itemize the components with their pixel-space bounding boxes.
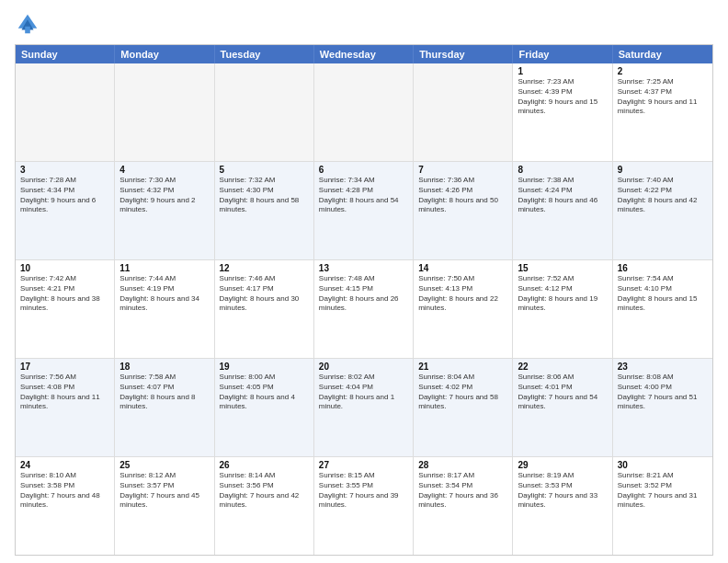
day-number: 11 [119, 263, 209, 273]
day-number: 26 [220, 460, 309, 470]
day-number: 9 [618, 165, 708, 175]
header-cell-sunday: Sunday [16, 45, 115, 63]
day-info: Sunrise: 8:17 AM Sunset: 3:54 PM Dayligh… [418, 471, 507, 511]
day-number: 28 [418, 460, 507, 470]
day-cell-7: 7Sunrise: 7:36 AM Sunset: 4:26 PM Daylig… [414, 162, 513, 259]
day-info: Sunrise: 8:15 AM Sunset: 3:55 PM Dayligh… [319, 471, 408, 511]
day-info: Sunrise: 7:56 AM Sunset: 4:08 PM Dayligh… [20, 373, 109, 412]
header-cell-thursday: Thursday [414, 45, 513, 63]
day-info: Sunrise: 7:48 AM Sunset: 4:15 PM Dayligh… [319, 274, 408, 314]
day-number: 3 [20, 165, 109, 175]
calendar-row: 3Sunrise: 7:28 AM Sunset: 4:34 PM Daylig… [16, 162, 712, 260]
day-cell-10: 10Sunrise: 7:42 AM Sunset: 4:21 PM Dayli… [16, 260, 115, 358]
day-info: Sunrise: 7:34 AM Sunset: 4:28 PM Dayligh… [319, 176, 408, 215]
day-cell-23: 23Sunrise: 8:08 AM Sunset: 4:00 PM Dayli… [613, 359, 712, 456]
day-info: Sunrise: 8:04 AM Sunset: 4:02 PM Dayligh… [418, 373, 507, 412]
logo [15, 11, 44, 37]
day-cell-17: 17Sunrise: 7:56 AM Sunset: 4:08 PM Dayli… [16, 359, 115, 456]
header-cell-friday: Friday [513, 45, 612, 63]
header-cell-saturday: Saturday [613, 45, 712, 63]
day-cell-26: 26Sunrise: 8:14 AM Sunset: 3:56 PM Dayli… [215, 457, 314, 555]
day-info: Sunrise: 7:44 AM Sunset: 4:19 PM Dayligh… [119, 274, 209, 314]
day-number: 25 [119, 460, 209, 470]
day-info: Sunrise: 8:08 AM Sunset: 4:00 PM Dayligh… [618, 373, 708, 412]
day-cell-18: 18Sunrise: 7:58 AM Sunset: 4:07 PM Dayli… [115, 359, 214, 456]
calendar-body: 1Sunrise: 7:23 AM Sunset: 4:39 PM Daylig… [16, 63, 712, 555]
day-number: 27 [319, 460, 408, 470]
day-info: Sunrise: 7:50 AM Sunset: 4:13 PM Dayligh… [418, 274, 507, 314]
day-cell-13: 13Sunrise: 7:48 AM Sunset: 4:15 PM Dayli… [314, 260, 414, 358]
day-cell-29: 29Sunrise: 8:19 AM Sunset: 3:53 PM Dayli… [513, 457, 612, 555]
logo-icon [15, 11, 40, 37]
empty-cell [16, 63, 115, 161]
day-number: 18 [119, 362, 209, 372]
day-info: Sunrise: 7:38 AM Sunset: 4:24 PM Dayligh… [518, 176, 607, 215]
empty-cell [215, 63, 314, 161]
day-info: Sunrise: 7:54 AM Sunset: 4:10 PM Dayligh… [618, 274, 708, 314]
day-number: 5 [220, 165, 309, 175]
day-cell-30: 30Sunrise: 8:21 AM Sunset: 3:52 PM Dayli… [613, 457, 712, 555]
day-number: 17 [20, 362, 109, 372]
day-cell-21: 21Sunrise: 8:04 AM Sunset: 4:02 PM Dayli… [414, 359, 513, 456]
day-cell-27: 27Sunrise: 8:15 AM Sunset: 3:55 PM Dayli… [314, 457, 414, 555]
calendar-row: 17Sunrise: 7:56 AM Sunset: 4:08 PM Dayli… [16, 359, 712, 457]
day-number: 6 [319, 165, 408, 175]
day-info: Sunrise: 8:10 AM Sunset: 3:58 PM Dayligh… [20, 471, 109, 511]
day-cell-14: 14Sunrise: 7:50 AM Sunset: 4:13 PM Dayli… [414, 260, 513, 358]
day-number: 8 [518, 165, 607, 175]
day-cell-22: 22Sunrise: 8:06 AM Sunset: 4:01 PM Dayli… [513, 359, 612, 456]
empty-cell [414, 63, 513, 161]
day-info: Sunrise: 7:36 AM Sunset: 4:26 PM Dayligh… [418, 176, 507, 215]
day-info: Sunrise: 7:58 AM Sunset: 4:07 PM Dayligh… [119, 373, 209, 412]
day-cell-5: 5Sunrise: 7:32 AM Sunset: 4:30 PM Daylig… [215, 162, 314, 259]
calendar-header: SundayMondayTuesdayWednesdayThursdayFrid… [16, 45, 712, 63]
day-info: Sunrise: 8:12 AM Sunset: 3:57 PM Dayligh… [119, 471, 209, 511]
day-number: 15 [518, 263, 607, 273]
day-number: 1 [518, 66, 607, 76]
day-cell-20: 20Sunrise: 8:02 AM Sunset: 4:04 PM Dayli… [314, 359, 414, 456]
day-number: 21 [418, 362, 507, 372]
page: SundayMondayTuesdayWednesdayThursdayFrid… [0, 0, 728, 563]
day-cell-28: 28Sunrise: 8:17 AM Sunset: 3:54 PM Dayli… [414, 457, 513, 555]
day-number: 2 [618, 66, 708, 76]
day-cell-19: 19Sunrise: 8:00 AM Sunset: 4:05 PM Dayli… [215, 359, 314, 456]
day-number: 10 [20, 263, 109, 273]
day-info: Sunrise: 7:30 AM Sunset: 4:32 PM Dayligh… [119, 176, 209, 215]
day-info: Sunrise: 8:02 AM Sunset: 4:04 PM Dayligh… [319, 373, 408, 412]
svg-rect-2 [25, 27, 30, 33]
day-info: Sunrise: 8:19 AM Sunset: 3:53 PM Dayligh… [518, 471, 607, 511]
day-number: 4 [119, 165, 209, 175]
day-info: Sunrise: 7:52 AM Sunset: 4:12 PM Dayligh… [518, 274, 607, 314]
day-cell-15: 15Sunrise: 7:52 AM Sunset: 4:12 PM Dayli… [513, 260, 612, 358]
day-info: Sunrise: 7:42 AM Sunset: 4:21 PM Dayligh… [20, 274, 109, 314]
calendar-row: 1Sunrise: 7:23 AM Sunset: 4:39 PM Daylig… [16, 63, 712, 162]
day-cell-9: 9Sunrise: 7:40 AM Sunset: 4:22 PM Daylig… [613, 162, 712, 259]
day-cell-6: 6Sunrise: 7:34 AM Sunset: 4:28 PM Daylig… [314, 162, 414, 259]
day-number: 14 [418, 263, 507, 273]
calendar-row: 10Sunrise: 7:42 AM Sunset: 4:21 PM Dayli… [16, 260, 712, 359]
day-cell-2: 2Sunrise: 7:25 AM Sunset: 4:37 PM Daylig… [613, 63, 712, 161]
day-number: 22 [518, 362, 607, 372]
calendar-row: 24Sunrise: 8:10 AM Sunset: 3:58 PM Dayli… [16, 457, 712, 555]
header-cell-wednesday: Wednesday [314, 45, 414, 63]
day-number: 30 [618, 460, 708, 470]
header [15, 11, 713, 37]
day-info: Sunrise: 7:40 AM Sunset: 4:22 PM Dayligh… [618, 176, 708, 215]
day-cell-16: 16Sunrise: 7:54 AM Sunset: 4:10 PM Dayli… [613, 260, 712, 358]
day-number: 16 [618, 263, 708, 273]
day-number: 29 [518, 460, 607, 470]
day-number: 7 [418, 165, 507, 175]
day-number: 12 [220, 263, 309, 273]
day-cell-3: 3Sunrise: 7:28 AM Sunset: 4:34 PM Daylig… [16, 162, 115, 259]
day-cell-25: 25Sunrise: 8:12 AM Sunset: 3:57 PM Dayli… [115, 457, 214, 555]
day-number: 19 [220, 362, 309, 372]
day-info: Sunrise: 7:23 AM Sunset: 4:39 PM Dayligh… [518, 77, 607, 117]
day-info: Sunrise: 8:21 AM Sunset: 3:52 PM Dayligh… [618, 471, 708, 511]
day-cell-12: 12Sunrise: 7:46 AM Sunset: 4:17 PM Dayli… [215, 260, 314, 358]
day-number: 23 [618, 362, 708, 372]
day-info: Sunrise: 8:00 AM Sunset: 4:05 PM Dayligh… [220, 373, 309, 412]
day-cell-4: 4Sunrise: 7:30 AM Sunset: 4:32 PM Daylig… [115, 162, 214, 259]
day-info: Sunrise: 8:14 AM Sunset: 3:56 PM Dayligh… [220, 471, 309, 511]
day-cell-8: 8Sunrise: 7:38 AM Sunset: 4:24 PM Daylig… [513, 162, 612, 259]
day-info: Sunrise: 7:28 AM Sunset: 4:34 PM Dayligh… [20, 176, 109, 215]
